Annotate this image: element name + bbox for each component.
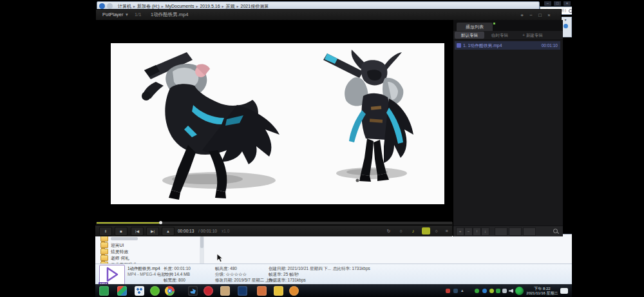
folder-label: 老师 何礼 (111, 255, 129, 262)
next-button[interactable]: ▶| (146, 227, 159, 236)
playlist-add-button[interactable]: + (456, 227, 464, 236)
tray-green-icon[interactable] (475, 289, 479, 293)
file-details-pane: MP4 1动作酷铁男.mp4 长度: 00:01:10 帧高度: 480 创建日… (95, 263, 572, 285)
taskbar-app-orange-ball[interactable] (289, 286, 299, 296)
clock-date: 2021/11/16 星期二 (526, 291, 559, 296)
playlist-repeat-button[interactable] (523, 227, 536, 236)
details-rating[interactable]: 分级: ☆☆☆☆☆ (215, 272, 247, 278)
playlist-search-icon[interactable] (553, 229, 558, 233)
breadcrumb-item[interactable]: 2021报价测算 (241, 3, 269, 10)
previous-button[interactable]: |◀ (131, 227, 144, 236)
forward-icon[interactable] (107, 3, 113, 9)
breadcrumb-item[interactable]: MyDocuments (166, 4, 194, 8)
tab-playlist[interactable]: 播放列表 (457, 23, 493, 31)
taskbar-app-green-circle[interactable] (150, 286, 160, 296)
playlist-down-button[interactable]: ↓ (481, 227, 489, 236)
playlist-item-duration: 00:01:10 (542, 43, 558, 48)
tree-row[interactable]: 老师 何礼 (100, 255, 129, 261)
potplayer-title-bar[interactable]: PotPlayer ▾ 1/1 1动作酷铁男.mp4 ⌖ − □ × (96, 10, 561, 21)
breadcrumb-item[interactable]: 计算机 (118, 3, 131, 10)
playlist-up-button[interactable]: ↑ (473, 227, 481, 236)
tray-clock[interactable]: 下午 8:22 2021/11/16 星期二 (526, 287, 559, 296)
crumb-separator-icon: ▸ (196, 4, 198, 8)
seek-bar[interactable] (97, 222, 452, 224)
stop-button[interactable]: ■ (115, 227, 128, 236)
taskbar-app-blue-bird[interactable] (188, 286, 198, 296)
taskbar-app-white-blue[interactable] (135, 286, 144, 296)
taskbar-app-yellow-doc[interactable] (274, 286, 283, 296)
clock-time: 下午 8:22 (526, 287, 559, 291)
breadcrumb-item[interactable]: 景观 (226, 3, 235, 10)
tree-row-clipped[interactable] (100, 236, 138, 242)
tray-red-icon[interactable] (446, 289, 450, 293)
playlist-item-label: 1. 1动作酷铁男.mp4 (463, 43, 542, 49)
explorer-minimize-button[interactable]: − (544, 1, 551, 6)
breadcrumb-item[interactable]: 新加卷 (H:) (137, 3, 160, 10)
screen: 计算机 ▸ 新加卷 (H:) ▸ MyDocuments ▸ 2019.5.16… (0, 0, 644, 297)
notification-bubble-icon[interactable] (560, 288, 568, 294)
tray-green2-icon[interactable] (496, 289, 500, 293)
time-current: 00:00:13 (178, 229, 194, 233)
maximize-button[interactable]: □ (536, 12, 544, 19)
taskbar-app-orange-box[interactable] (257, 286, 267, 296)
subtitle-icon[interactable]: ○ (397, 227, 405, 235)
tray-wechat-icon[interactable] (515, 287, 524, 295)
playlist-remove-button[interactable]: − (464, 227, 473, 236)
tree-row[interactable]: 迎宾UI (100, 242, 124, 248)
close-button[interactable]: × (545, 12, 553, 19)
folder-label: 炫灵特效 (111, 249, 128, 255)
details-frame-rate: 帧速率: 25 帧/秒 (269, 272, 299, 278)
playlist-index: 1/1 (135, 12, 141, 17)
tab-temp-album[interactable]: 临时专辑 (487, 32, 513, 39)
playlist-item[interactable]: 1. 1动作酷铁男.mp4 00:01:10 (455, 41, 560, 50)
folder-label-blur (111, 237, 138, 240)
details-total-bitrate: 总比特率: 1731kbps (333, 266, 370, 272)
video-display[interactable] (111, 43, 444, 204)
help-icon[interactable] (564, 24, 568, 28)
playlist-option-button[interactable] (495, 227, 507, 236)
breadcrumb-item[interactable]: 2019.5.16 (200, 4, 220, 8)
pin-icon[interactable]: ⌖ (518, 12, 526, 19)
mp4-file-icon: MP4 (99, 265, 125, 285)
taskbar-app-chrome[interactable] (165, 286, 175, 296)
tray-clipboard-icon[interactable] (502, 289, 507, 293)
playlist-sort-button[interactable] (509, 227, 522, 236)
tree-scrollbar[interactable] (200, 235, 204, 263)
tray-lime-icon[interactable] (489, 289, 494, 293)
taskbar-app-blue-swoosh[interactable] (238, 286, 247, 296)
tree-row[interactable]: 炫灵特效 (100, 249, 128, 254)
taskbar-app-green-figure[interactable] (99, 286, 109, 296)
video-characters (111, 43, 444, 204)
taskbar-app-red-music[interactable] (204, 286, 213, 296)
tray-navy-icon[interactable] (453, 289, 458, 293)
taskbar-app-colorful-s[interactable] (117, 286, 127, 296)
seek-progress (97, 222, 160, 224)
taskbar: ▴ 下午 8:22 2021/11/16 星期二 (95, 284, 572, 297)
folder-icon (100, 249, 108, 254)
sound-icon[interactable]: ♪ (409, 227, 417, 235)
explorer-maximize-button[interactable]: □ (554, 1, 561, 6)
minimize-button[interactable]: − (527, 12, 535, 19)
open-button[interactable]: ▲ (162, 227, 175, 236)
folder-icon (100, 236, 108, 242)
details-length: 长度: 00:01:10 (164, 266, 191, 272)
tab-new-album[interactable]: + 新建专辑 (515, 32, 550, 39)
tray-blue-icon[interactable] (482, 289, 487, 293)
scrollbar-thumb[interactable] (200, 236, 204, 248)
repeat-icon[interactable]: ↻ (384, 227, 393, 235)
details-frame-width: 帧宽度: 800 (164, 278, 185, 283)
explorer-close-button[interactable]: × (564, 1, 571, 6)
explorer-window-controls: − □ × (544, 1, 571, 6)
settings-icon[interactable]: ○ (432, 227, 440, 235)
playlist-toggle-button[interactable]: ≡ (442, 227, 451, 235)
tray-speaker-icon[interactable] (509, 289, 513, 293)
tab-default-album[interactable]: 默认专辑 (455, 32, 484, 39)
control-panel-button[interactable] (422, 227, 430, 235)
speed-indicator: x1.0 (222, 229, 229, 233)
potplayer-menu-button[interactable]: PotPlayer (102, 12, 124, 17)
tray-show-hidden-icon[interactable]: ▴ (461, 288, 464, 293)
seek-knob[interactable] (159, 221, 162, 224)
pause-button[interactable]: ‖ (99, 227, 112, 236)
taskbar-app-tan-folder[interactable] (220, 286, 230, 296)
back-icon[interactable] (99, 3, 105, 9)
